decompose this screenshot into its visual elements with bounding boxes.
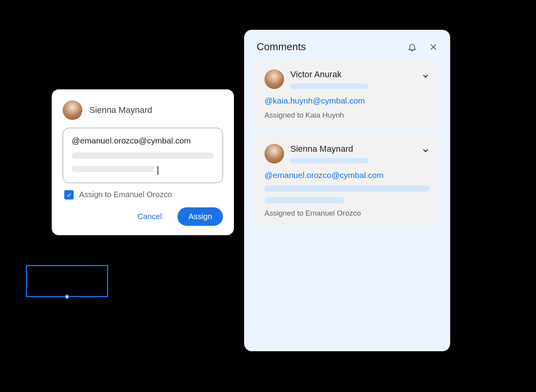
composer-header: Sienna Maynard [63, 100, 223, 120]
composer-author-name: Sienna Maynard [89, 105, 152, 115]
comment-author-name: Victor Anurak [290, 69, 369, 80]
timestamp-skeleton [290, 83, 369, 89]
comment-card-header: Sienna Maynard [264, 144, 430, 163]
chevron-down-icon [421, 72, 430, 80]
assign-button[interactable]: Assign [177, 207, 223, 226]
comments-panel-actions [407, 42, 438, 52]
text-skeleton-line [72, 152, 214, 159]
cell-selection-box [26, 265, 108, 297]
comment-input[interactable]: @emanuel.orozco@cymbal.com [63, 128, 223, 183]
close-button[interactable] [428, 42, 438, 52]
comment-mention[interactable]: @emanuel.orozco@cymbal.com [264, 171, 430, 180]
avatar [264, 69, 284, 89]
avatar [63, 100, 82, 120]
notifications-button[interactable] [407, 42, 417, 52]
assigned-to-label: Assigned to Kaia Huynh [264, 111, 430, 120]
composer-button-row: Cancel Assign [63, 207, 223, 226]
comments-panel-header: Comments [254, 39, 440, 53]
assign-checkbox[interactable] [64, 190, 74, 200]
comment-mention[interactable]: @kaia.huynh@cymbal.com [264, 96, 430, 105]
comment-author-name: Sienna Maynard [290, 144, 369, 154]
close-icon [429, 43, 438, 51]
check-icon [66, 192, 72, 198]
comment-card-header: Victor Anurak [264, 69, 430, 89]
comment-card[interactable]: Victor Anurak @kaia.huynh@cymbal.com Ass… [254, 60, 440, 128]
comment-expand-button[interactable] [421, 146, 430, 156]
text-skeleton-line [264, 197, 344, 203]
bell-icon [407, 42, 417, 52]
comments-panel: Comments Victor Anurak @kaia.huynh@cymba… [244, 30, 450, 351]
avatar [264, 144, 284, 163]
comment-composer-card: Sienna Maynard @emanuel.orozco@cymbal.co… [52, 89, 234, 235]
text-skeleton-line [72, 166, 154, 172]
comment-card[interactable]: Sienna Maynard @emanuel.orozco@cymbal.co… [254, 134, 440, 226]
text-skeleton-line [264, 185, 430, 192]
chevron-down-icon [421, 146, 430, 155]
comment-input-text: @emanuel.orozco@cymbal.com [72, 136, 214, 145]
comment-expand-button[interactable] [421, 72, 430, 82]
comments-panel-title: Comments [257, 41, 306, 53]
selection-handle[interactable] [65, 294, 69, 299]
assign-checkbox-row[interactable]: Assign to Emanuel Orozco [63, 190, 223, 200]
assigned-to-label: Assigned to Emanuel Orozco [264, 209, 430, 218]
text-cursor [158, 166, 158, 175]
cancel-button[interactable]: Cancel [131, 208, 168, 225]
assign-checkbox-label: Assign to Emanuel Orozco [79, 190, 172, 199]
timestamp-skeleton [290, 158, 369, 163]
